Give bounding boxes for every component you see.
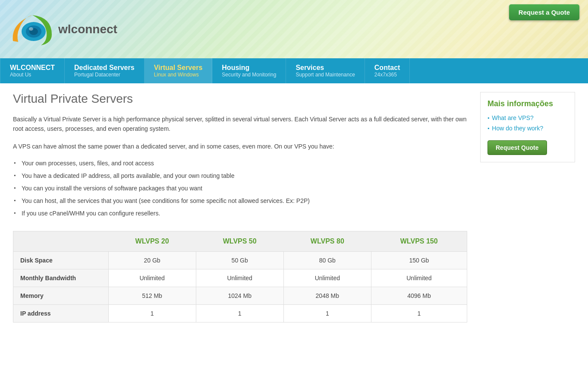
logo-icon — [9, 11, 56, 47]
content-area: Virtual Private Servers Basically a Virt… — [13, 92, 467, 323]
sidebar-link-item: What are VPS? — [487, 114, 568, 121]
nav-item-housing[interactable]: Housing Security and Monitoring — [212, 58, 286, 83]
sidebar: Mais informações What are VPS? How do th… — [480, 92, 575, 323]
row-label-disk: Disk Space — [13, 252, 108, 269]
list-item: You can host, all the services that you … — [13, 196, 467, 206]
row-label-memory: Memory — [13, 287, 108, 305]
row-disk-150: 150 Gb — [371, 252, 467, 269]
list-item: Your own processes, users, files, and ro… — [13, 159, 467, 168]
main-nav: WLCONNECT About Us Dedicated Servers Por… — [0, 58, 588, 83]
request-quote-sidebar-button[interactable]: Request Quote — [487, 140, 547, 155]
nav-subtitle-contact: 24x7x365 — [374, 72, 400, 78]
table-row: IP address 1 1 1 1 — [13, 305, 467, 323]
sidebar-box: Mais informações What are VPS? How do th… — [480, 92, 575, 162]
row-ip-150: 1 — [371, 305, 467, 323]
row-label-bandwidth: Monthly Bandwidth — [13, 269, 108, 287]
table-col-wlvps80: WLVPS 80 — [283, 231, 371, 252]
table-col-wlvps20: WLVPS 20 — [108, 231, 196, 252]
list-item: You can you install the versions of soft… — [13, 184, 467, 193]
row-mem-80: 2048 Mb — [283, 287, 371, 305]
nav-title-services: Services — [296, 64, 355, 72]
row-ip-50: 1 — [196, 305, 283, 323]
sidebar-link-how[interactable]: How do they work? — [492, 125, 543, 132]
list-item: You have a dedicated IP address, all por… — [13, 171, 467, 180]
nav-subtitle-virtual: Linux and Windows — [154, 72, 203, 78]
row-mem-50: 1024 Mb — [196, 287, 283, 305]
list-item: If you use cPanel/WHM you can configure … — [13, 209, 467, 218]
table-col-empty — [13, 231, 108, 252]
description-1: Basically a Virtual Private Server is a … — [13, 114, 467, 134]
row-mem-150: 4096 Mb — [371, 287, 467, 305]
nav-title-dedicated: Dedicated Servers — [74, 64, 135, 72]
page-title: Virtual Private Servers — [13, 92, 467, 106]
nav-subtitle-wlconnect: About Us — [10, 72, 55, 78]
table-col-wlvps150: WLVPS 150 — [371, 231, 467, 252]
header-banner: wlconnect Request a Quote — [0, 0, 588, 58]
pricing-table-wrapper: WLVPS 20 WLVPS 50 WLVPS 80 WLVPS 150 Dis… — [13, 231, 467, 323]
request-quote-top-button[interactable]: Request a Quote — [509, 4, 579, 20]
table-row: Disk Space 20 Gb 50 Gb 80 Gb 150 Gb — [13, 252, 467, 269]
row-bw-80: Unlimited — [283, 269, 371, 287]
nav-title-contact: Contact — [374, 64, 400, 72]
table-row: Monthly Bandwidth Unlimited Unlimited Un… — [13, 269, 467, 287]
sidebar-links: What are VPS? How do they work? — [487, 114, 568, 132]
row-ip-80: 1 — [283, 305, 371, 323]
pricing-table: WLVPS 20 WLVPS 50 WLVPS 80 WLVPS 150 Dis… — [13, 231, 467, 322]
logo-area: wlconnect — [9, 11, 117, 47]
sidebar-link-item: How do they work? — [487, 125, 568, 132]
nav-item-wlconnect[interactable]: WLCONNECT About Us — [0, 58, 65, 83]
row-disk-50: 50 Gb — [196, 252, 283, 269]
table-col-wlvps50: WLVPS 50 — [196, 231, 283, 252]
sidebar-link-vps[interactable]: What are VPS? — [492, 114, 534, 121]
row-bw-20: Unlimited — [108, 269, 196, 287]
nav-item-services[interactable]: Services Support and Maintenance — [286, 58, 365, 83]
nav-title-wlconnect: WLCONNECT — [10, 64, 55, 72]
row-label-ip: IP address — [13, 305, 108, 323]
table-row: Memory 512 Mb 1024 Mb 2048 Mb 4096 Mb — [13, 287, 467, 305]
nav-item-virtual[interactable]: Virtual Servers Linux and Windows — [145, 58, 213, 83]
description-2: A VPS can have almost the same power tha… — [13, 142, 467, 151]
row-ip-20: 1 — [108, 305, 196, 323]
nav-title-housing: Housing — [222, 64, 276, 72]
nav-title-virtual: Virtual Servers — [154, 64, 203, 72]
row-disk-20: 20 Gb — [108, 252, 196, 269]
main-wrapper: Virtual Private Servers Basically a Virt… — [0, 83, 588, 331]
svg-point-3 — [29, 27, 33, 31]
sidebar-title: Mais informações — [487, 99, 568, 108]
row-bw-50: Unlimited — [196, 269, 283, 287]
nav-subtitle-housing: Security and Monitoring — [222, 72, 276, 78]
logo-text: wlconnect — [58, 22, 117, 36]
nav-subtitle-services: Support and Maintenance — [296, 72, 355, 78]
nav-item-dedicated[interactable]: Dedicated Servers Portugal Datacenter — [65, 58, 145, 83]
row-mem-20: 512 Mb — [108, 287, 196, 305]
nav-item-contact[interactable]: Contact 24x7x365 — [365, 58, 410, 83]
row-disk-80: 80 Gb — [283, 252, 371, 269]
row-bw-150: Unlimited — [371, 269, 467, 287]
table-header-row: WLVPS 20 WLVPS 50 WLVPS 80 WLVPS 150 — [13, 231, 467, 252]
nav-subtitle-dedicated: Portugal Datacenter — [74, 72, 135, 78]
feature-list: Your own processes, users, files, and ro… — [13, 159, 467, 218]
